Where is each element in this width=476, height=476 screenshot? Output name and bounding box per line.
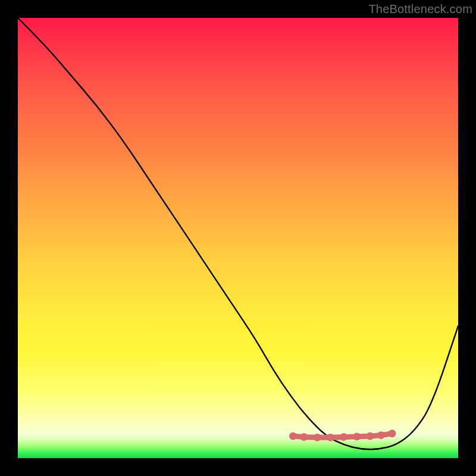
highlight-dot	[327, 434, 334, 441]
bottleneck-curve	[18, 18, 458, 449]
highlight-dot	[314, 434, 321, 441]
chart-frame: TheBottleneck.com	[0, 0, 476, 476]
plot-area	[18, 18, 458, 458]
highlight-dot	[377, 431, 385, 439]
highlight-dot	[367, 433, 374, 440]
highlight-dots	[289, 430, 396, 441]
highlight-dot	[340, 433, 347, 441]
highlight-dot	[353, 433, 361, 440]
watermark-text: TheBottleneck.com	[368, 2, 472, 16]
highlight-dot	[389, 430, 396, 437]
highlight-dot	[289, 433, 297, 440]
highlight-dot	[300, 433, 308, 441]
curve-layer	[18, 18, 458, 458]
